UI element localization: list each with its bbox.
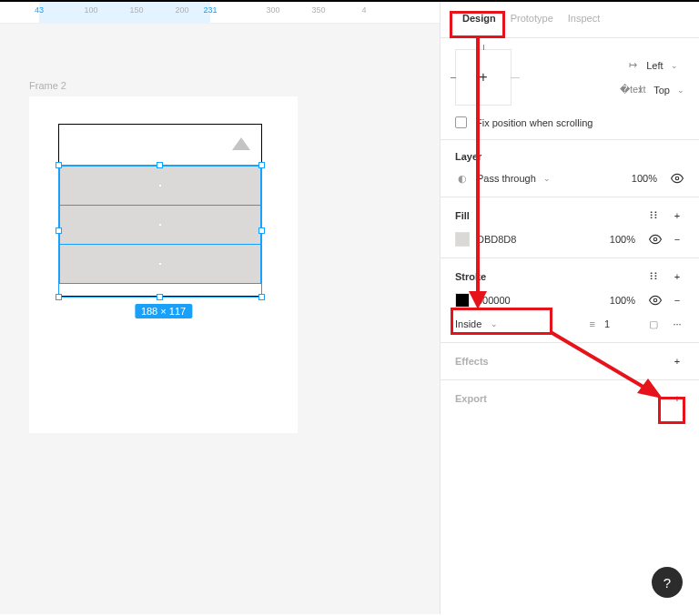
add-stroke-button[interactable]: + bbox=[670, 269, 684, 284]
ruler-tick: 350 bbox=[311, 5, 325, 15]
panel-tabs: Design Prototype Inspect bbox=[441, 2, 699, 38]
eye-icon[interactable] bbox=[648, 293, 663, 308]
styles-icon[interactable]: ⠸⠇ bbox=[646, 208, 661, 223]
stroke-perside-icon[interactable]: ▢ bbox=[646, 317, 661, 331]
layer-section: Layer ◐ Pass through ⌄ 100% bbox=[441, 140, 699, 197]
resize-handle[interactable] bbox=[157, 162, 163, 168]
chevron-down-icon: ⌄ bbox=[677, 86, 684, 95]
add-effect-button[interactable]: + bbox=[670, 354, 684, 369]
ruler-tick: 100 bbox=[84, 5, 97, 15]
effects-title: Effects bbox=[455, 356, 489, 367]
fill-swatch[interactable] bbox=[455, 232, 470, 247]
vertical-icon: Ⅰ bbox=[633, 84, 646, 96]
rectangle-row[interactable] bbox=[59, 244, 261, 284]
constraint-h-label: Left bbox=[646, 60, 663, 71]
svg-point-2 bbox=[653, 298, 657, 302]
ruler-tick: 231 bbox=[203, 5, 217, 15]
eye-icon[interactable] bbox=[670, 171, 684, 186]
stroke-opacity[interactable]: 100% bbox=[610, 295, 635, 306]
add-fill-button[interactable]: + bbox=[670, 208, 684, 223]
rectangle-row[interactable] bbox=[59, 205, 261, 245]
resize-handle[interactable] bbox=[258, 227, 265, 234]
stroke-hex[interactable]: 000000 bbox=[477, 295, 511, 306]
selected-group[interactable] bbox=[58, 165, 262, 298]
export-section: Export + bbox=[441, 380, 699, 417]
constraint-v-label: Top bbox=[653, 85, 670, 96]
chevron-down-icon: ⌄ bbox=[543, 174, 551, 183]
ruler-tick: 300 bbox=[266, 5, 279, 15]
ruler-tick: 43 bbox=[35, 5, 44, 15]
triangle-icon bbox=[232, 137, 250, 150]
layer-opacity[interactable]: 100% bbox=[632, 173, 657, 184]
export-title: Export bbox=[455, 393, 487, 404]
constraint-horizontal[interactable]: ↦ Left ⌄ bbox=[626, 59, 684, 71]
resize-handle[interactable] bbox=[157, 294, 163, 300]
chevron-down-icon: ⌄ bbox=[491, 319, 498, 328]
horizontal-icon: ↦ bbox=[626, 59, 639, 71]
frame-2[interactable]: 188 × 117 bbox=[29, 96, 298, 433]
eye-icon[interactable] bbox=[648, 232, 663, 247]
frame-label: Frame 2 bbox=[29, 80, 66, 91]
blend-mode-icon[interactable]: ◐ bbox=[455, 171, 470, 186]
constraint-vertical[interactable]: �text Ⅰ Top ⌄ bbox=[626, 84, 684, 96]
constraints-widget[interactable]: + bbox=[455, 49, 512, 106]
stroke-align[interactable]: Inside bbox=[455, 318, 481, 329]
stroke-more-button[interactable]: ··· bbox=[670, 317, 684, 331]
plus-icon: + bbox=[479, 69, 487, 86]
effects-section: Effects + bbox=[441, 343, 699, 380]
resize-handle[interactable] bbox=[258, 162, 265, 168]
svg-point-1 bbox=[653, 237, 657, 241]
resize-handle[interactable] bbox=[56, 294, 62, 300]
resize-handle[interactable] bbox=[258, 294, 265, 300]
fix-position-checkbox[interactable] bbox=[455, 116, 467, 128]
fill-title: Fill bbox=[455, 210, 470, 221]
ruler-tick: 4 bbox=[361, 5, 366, 15]
constraints-section: + ↦ Left ⌄ �text Ⅰ Top ⌄ Fix position wh… bbox=[441, 38, 699, 140]
ruler-tick: 200 bbox=[175, 5, 188, 15]
selection-dim-badge: 188 × 117 bbox=[135, 304, 192, 318]
resize-handle[interactable] bbox=[56, 162, 62, 168]
remove-stroke-button[interactable]: − bbox=[670, 293, 684, 308]
design-panel: Design Prototype Inspect + ↦ Left ⌄ �tex… bbox=[440, 2, 699, 614]
stroke-swatch[interactable] bbox=[455, 293, 470, 308]
fill-opacity[interactable]: 100% bbox=[610, 234, 635, 245]
help-button[interactable]: ? bbox=[652, 567, 683, 598]
styles-icon[interactable]: ⠸⠇ bbox=[646, 269, 661, 284]
stroke-weight-icon: ≡ bbox=[589, 318, 594, 329]
ruler-tick: 150 bbox=[129, 5, 143, 15]
layer-title: Layer bbox=[455, 151, 684, 162]
add-export-button[interactable]: + bbox=[670, 391, 684, 406]
remove-fill-button[interactable]: − bbox=[670, 232, 684, 247]
stroke-title: Stroke bbox=[455, 271, 486, 282]
stroke-weight[interactable]: 1 bbox=[604, 318, 610, 329]
fill-section: Fill ⠸⠇ + DBD8D8 100% − bbox=[441, 197, 699, 258]
horizontal-ruler: 431001502002313003504 bbox=[0, 2, 440, 24]
tab-inspect[interactable]: Inspect bbox=[561, 9, 607, 37]
chevron-down-icon: ⌄ bbox=[671, 61, 678, 70]
tab-design[interactable]: Design bbox=[455, 9, 503, 37]
rectangle-row[interactable] bbox=[59, 166, 261, 206]
blend-mode[interactable]: Pass through bbox=[477, 173, 536, 184]
tab-prototype[interactable]: Prototype bbox=[503, 9, 561, 37]
stroke-section: Stroke ⠸⠇ + 000000 100% − Inside ⌄ ≡ 1 ▢… bbox=[441, 258, 699, 343]
canvas[interactable]: Frame 2 188 × 117 bbox=[0, 24, 440, 614]
fix-position-label: Fix position when scrolling bbox=[476, 117, 593, 128]
svg-point-0 bbox=[675, 177, 679, 180]
resize-handle[interactable] bbox=[56, 227, 62, 234]
fill-hex[interactable]: DBD8D8 bbox=[477, 234, 516, 245]
